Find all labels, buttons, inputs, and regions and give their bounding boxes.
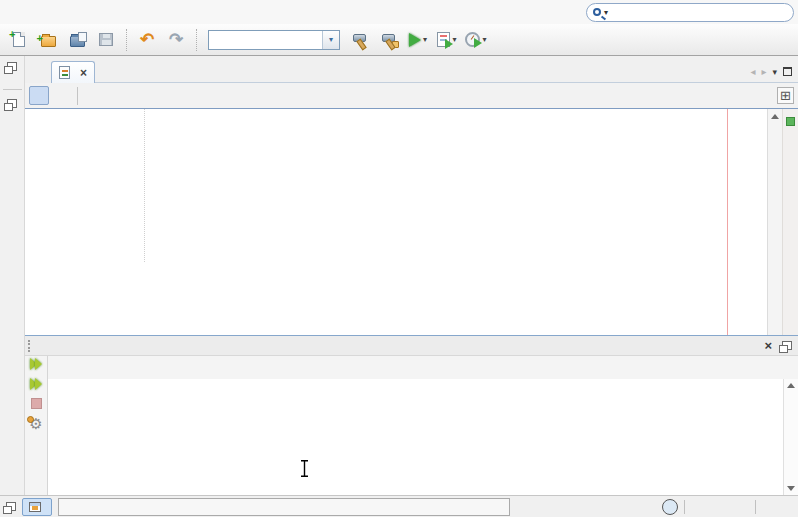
tab-main-java[interactable]: × [51, 61, 95, 83]
output-window-button[interactable] [22, 498, 52, 516]
dock-group-icon[interactable] [7, 62, 17, 71]
search-icon [593, 8, 601, 16]
editor-toolbar-separator [77, 87, 78, 105]
dock-group-icon[interactable] [7, 99, 17, 108]
code-pane[interactable] [25, 109, 767, 335]
config-select[interactable]: ▾ [208, 30, 340, 50]
statusbar-divider [684, 500, 685, 514]
right-margin-line [727, 109, 728, 335]
tab-list-dropdown-icon[interactable]: ▾ [772, 67, 777, 77]
maximize-window-icon[interactable] [783, 67, 792, 76]
minimized-group-icon[interactable] [6, 502, 16, 511]
netbeans-window: ▾ + + ↶ ↷ ▾ ▾ [0, 0, 798, 517]
float-output-icon[interactable] [782, 341, 792, 350]
redo-icon: ↷ [169, 32, 183, 48]
no-errors-indicator [786, 117, 795, 126]
java-file-icon [59, 66, 70, 79]
editor-scrollbar[interactable] [767, 109, 782, 335]
scroll-tabs-right-icon[interactable]: ▸ [761, 66, 766, 77]
window-sidebar [0, 56, 25, 495]
toolbar-separator [126, 29, 127, 51]
config-dropdown-icon[interactable]: ▾ [322, 31, 339, 49]
scroll-up-icon[interactable] [771, 114, 779, 119]
undo-button[interactable]: ↶ [134, 27, 160, 53]
new-file-icon: + [13, 32, 25, 47]
menu-bar: ▾ [0, 0, 798, 24]
main-toolbar: + + ↶ ↷ ▾ ▾ ▾ [0, 24, 798, 56]
search-dropdown-icon[interactable]: ▾ [604, 8, 608, 17]
output-window-icon [29, 502, 41, 512]
save-all-button[interactable] [93, 27, 119, 53]
new-project-button[interactable]: + [35, 27, 61, 53]
source-view-button[interactable] [29, 86, 49, 105]
output-header[interactable]: × [25, 336, 798, 356]
sidebar-divider [3, 89, 22, 90]
rerun-icon[interactable] [30, 358, 42, 370]
quick-search-input[interactable]: ▾ [586, 3, 794, 22]
status-bar [0, 495, 798, 517]
output-tab-bar [48, 356, 798, 379]
close-output-icon[interactable]: × [764, 338, 772, 353]
run-icon [409, 33, 421, 47]
history-view-button[interactable] [51, 86, 71, 105]
build-icon [351, 31, 369, 49]
error-stripe[interactable] [782, 109, 798, 335]
tab-nav-controls: ◂ ▸ ▾ [744, 61, 798, 83]
clean-build-icon [380, 31, 398, 49]
profile-icon [465, 32, 480, 47]
notifications-badge[interactable] [662, 499, 678, 515]
mouse-cursor [300, 460, 309, 475]
debug-project-button[interactable]: ▾ [434, 27, 460, 53]
code-editor [25, 109, 798, 335]
output-scrollbar[interactable] [783, 379, 798, 495]
new-file-button[interactable]: + [6, 27, 32, 53]
tab-bar-spacer [95, 61, 744, 83]
split-editor-icon[interactable]: ⊞ [777, 87, 794, 104]
scroll-tabs-left-icon[interactable]: ◂ [750, 66, 755, 77]
new-project-icon: + [41, 36, 56, 47]
build-project-button[interactable] [347, 27, 373, 53]
output-panel: × ⚙ [25, 335, 798, 495]
drag-grip-icon[interactable] [28, 340, 31, 352]
profile-dropdown-icon[interactable]: ▾ [482, 35, 486, 44]
redo-button[interactable]: ↷ [163, 27, 189, 53]
toolbar-separator [196, 29, 197, 51]
open-project-icon [70, 36, 85, 47]
document-tab-bar: × ◂ ▸ ▾ [25, 56, 798, 83]
run-dropdown-icon[interactable]: ▾ [423, 35, 427, 44]
clean-build-button[interactable] [376, 27, 402, 53]
tab-close-icon[interactable]: × [80, 66, 87, 80]
save-all-icon [99, 33, 113, 46]
output-toolbar: ⚙ [25, 356, 48, 495]
debug-icon [437, 32, 450, 47]
undo-icon: ↶ [140, 32, 154, 48]
statusbar-divider [755, 500, 756, 514]
scroll-down-icon[interactable] [787, 486, 795, 491]
rerun-with-args-icon[interactable] [30, 378, 42, 390]
profile-project-button[interactable]: ▾ [463, 27, 489, 53]
ant-settings-icon[interactable]: ⚙ [29, 417, 42, 431]
indent-guide [144, 109, 145, 262]
editor-toolbar: ⊞ [25, 83, 798, 109]
output-text[interactable] [48, 379, 783, 495]
scroll-up-icon[interactable] [787, 383, 795, 388]
run-project-button[interactable]: ▾ [405, 27, 431, 53]
open-project-button[interactable] [64, 27, 90, 53]
status-message [58, 498, 510, 516]
stop-build-icon[interactable] [31, 398, 42, 409]
